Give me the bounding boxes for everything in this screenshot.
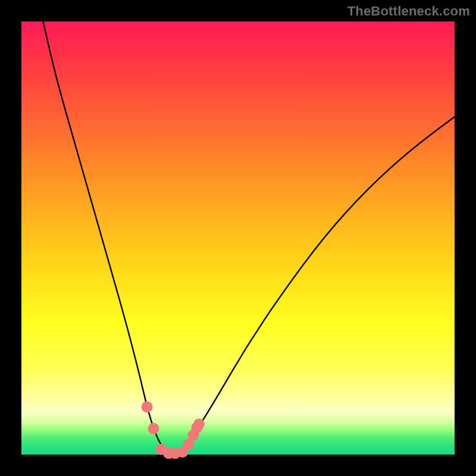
gradient-plot-background bbox=[21, 21, 455, 455]
watermark-label: TheBottleneck.com bbox=[347, 4, 470, 19]
